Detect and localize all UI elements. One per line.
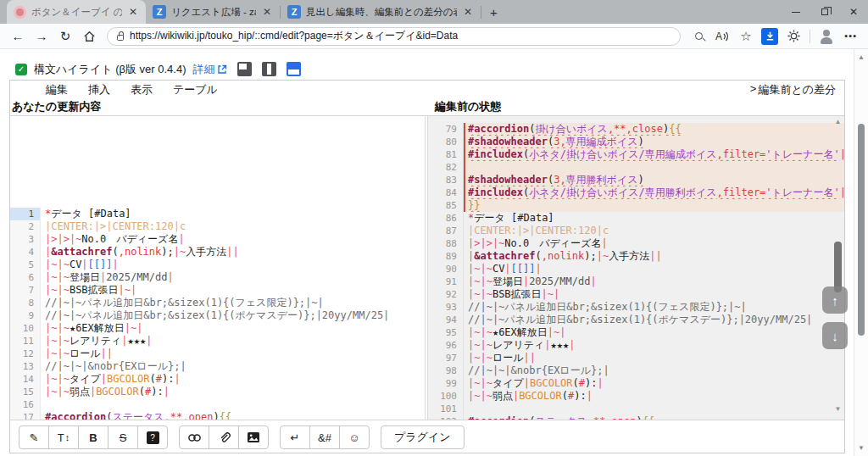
editor-line[interactable]: 3|>|>|~No.0 バディーズ名|: [10, 233, 425, 246]
bold-button[interactable]: B: [78, 425, 108, 449]
editor-line[interactable]: 12|~|~ロール||: [10, 348, 425, 360]
address-bar[interactable]: https://wikiwiki.jp/touko_hip/::cmd/edit…: [107, 27, 681, 46]
tab-edit-page[interactable]: ボタン＆イーブイ の編集 - トウコのケツ ✕: [7, 0, 146, 24]
line-code: }}: [464, 199, 844, 212]
line-number: 90: [428, 263, 464, 275]
editor-line[interactable]: 15|~|~弱点|BGCOLOR(#):|: [10, 386, 425, 398]
line-code[interactable]: |~|~タイプ|BGCOLOR(#):|: [41, 373, 425, 386]
editor-line[interactable]: 10|~|~★6EX解放日|~|: [10, 322, 425, 335]
editor-line[interactable]: 11|~|~レアリティ|★★★|: [10, 335, 425, 348]
editor-line[interactable]: 4|&attachref(,nolink);|~入手方法||: [10, 246, 425, 259]
link-button[interactable]: [179, 425, 209, 449]
scrollbar-up-icon[interactable]: ▲: [832, 118, 843, 125]
token-text: No.0 バディーズ名: [504, 237, 601, 249]
editor-line[interactable]: 5|~|~CV|[[]]|: [10, 259, 425, 271]
close-button[interactable]: ✕: [839, 0, 868, 24]
layout-columns-toggle-icon[interactable]: [262, 62, 276, 76]
char-reference-button[interactable]: &#: [309, 425, 340, 449]
tab-zawazawa-request[interactable]: Z リクエスト広場 - zawazawa ✕: [146, 0, 280, 24]
line-code[interactable]: |&attachref(,nolink);|~入手方法||: [41, 246, 425, 259]
browser-scrollbar-thumb[interactable]: [858, 124, 865, 336]
profile-button[interactable]: [815, 26, 837, 47]
menu-view[interactable]: 表示: [131, 82, 153, 97]
editor-line[interactable]: 1*データ [#Data]: [10, 208, 425, 220]
line-code: *データ [#Data]: [464, 212, 844, 225]
tab-close-icon[interactable]: ✕: [261, 6, 273, 18]
image-button[interactable]: [238, 425, 269, 449]
token-pipe: |: [536, 263, 542, 275]
tab-close-icon[interactable]: ✕: [127, 6, 139, 18]
editor-line[interactable]: 6|~|~登場日|2025/MM/dd|: [10, 271, 425, 284]
menu-edit[interactable]: 編集: [46, 82, 68, 97]
line-code[interactable]: |>|>|~No.0 バディーズ名|: [41, 233, 425, 246]
scroll-up-button[interactable]: ↑: [822, 286, 848, 314]
line-code[interactable]: //|~|~パネル追加日&br;&sizex(1){(フェス限定)};|~|: [41, 297, 425, 309]
token-text: ): [213, 411, 219, 420]
strikethrough-button[interactable]: S: [108, 425, 138, 449]
editor-line[interactable]: 17#accordion(ステータス,**,open){{: [10, 411, 425, 420]
home-button[interactable]: [78, 26, 100, 47]
line-code[interactable]: [41, 398, 425, 411]
zoom-button[interactable]: [687, 26, 709, 47]
more-menu-button[interactable]: ⋯: [839, 26, 861, 47]
syntax-highlight-checkbox[interactable]: ✓: [15, 64, 27, 75]
pen-button[interactable]: ✎: [19, 425, 49, 449]
scroll-down-button[interactable]: ↓: [822, 322, 848, 349]
details-link[interactable]: 詳細: [192, 62, 227, 77]
tab-close-icon[interactable]: ✕: [462, 6, 474, 18]
line-code[interactable]: //|~|~パネル追加日&br;&sizex(1){(ポケマスデー)};|20y…: [41, 309, 425, 322]
plugin-button[interactable]: プラグイン: [381, 425, 465, 449]
scrollbar-down-icon[interactable]: ▼: [854, 444, 868, 452]
line-code[interactable]: |~|~弱点|BGCOLOR(#):|: [41, 386, 425, 398]
editor-line[interactable]: 16: [10, 398, 425, 411]
line-code[interactable]: *データ [#Data]: [41, 208, 425, 220]
refresh-button[interactable]: ↻: [54, 26, 76, 47]
editor-line[interactable]: 14|~|~タイプ|BGCOLOR(#):|: [10, 373, 425, 386]
forward-button[interactable]: →: [31, 26, 53, 47]
read-aloud-button[interactable]: A: [711, 26, 733, 47]
token-text: ロール: [492, 352, 524, 364]
emoji-button[interactable]: ☺: [339, 425, 370, 449]
new-tab-button[interactable]: +: [481, 5, 506, 19]
scrollbar-up-icon[interactable]: ▲: [854, 53, 868, 61]
token-text: No.0 バディーズ名: [81, 233, 178, 245]
line-code[interactable]: |~|~BSB拡張日|~|: [41, 284, 425, 297]
line-code[interactable]: |CENTER:|>|CENTER:120|c: [41, 220, 425, 233]
back-button[interactable]: ←: [7, 26, 29, 47]
attach-button[interactable]: [209, 425, 239, 449]
scrollbar-down-icon[interactable]: ▼: [832, 405, 843, 413]
token-pipe: |: [178, 233, 184, 245]
tab-zawazawa-diff[interactable]: Z 見出し編集時、編集前との差分の表 ✕: [281, 0, 481, 24]
line-number: 82: [428, 161, 464, 174]
layout-rows-toggle-icon[interactable]: [287, 62, 301, 76]
diff-with-previous-link[interactable]: > 編集前との差分: [750, 82, 844, 97]
download-button[interactable]: [759, 26, 781, 47]
your-edit-pane[interactable]: 1*データ [#Data]2|CENTER:|>|CENTER:120|c3|>…: [10, 116, 425, 420]
linebreak-button[interactable]: ↵: [280, 425, 310, 449]
editor-line[interactable]: 13//|~|~|&nobr{EXロール};|: [10, 360, 425, 373]
minimize-button[interactable]: [782, 0, 810, 24]
scrollbar-thumb[interactable]: [834, 242, 842, 292]
help-block-button[interactable]: ?: [137, 425, 168, 449]
token-arg: 'トレーナー名': [765, 148, 839, 160]
layout-single-toggle-icon[interactable]: [237, 62, 252, 76]
editor-line[interactable]: 7|~|~BSB拡張日|~|: [10, 284, 425, 297]
line-code[interactable]: |~|~CV|[[]]|: [41, 259, 425, 271]
restore-button[interactable]: [810, 0, 839, 24]
extensions-button[interactable]: [782, 26, 804, 47]
line-code[interactable]: |~|~レアリティ|★★★|: [41, 335, 425, 348]
line-code[interactable]: |~|~登場日|2025/MM/dd|: [41, 271, 425, 284]
editor-line[interactable]: 8//|~|~パネル追加日&br;&sizex(1){(フェス限定)};|~|: [10, 297, 425, 309]
browser-scrollbar[interactable]: ▲ ▼: [854, 49, 868, 456]
line-code[interactable]: |~|~ロール||: [41, 348, 425, 360]
favorites-button[interactable]: ☆: [735, 26, 757, 47]
editor-line[interactable]: 2|CENTER:|>|CENTER:120|c: [10, 220, 425, 233]
text-size-button[interactable]: T↕: [48, 425, 79, 449]
line-code[interactable]: #accordion(ステータス,**,open){{: [41, 411, 425, 420]
editor-line[interactable]: 9//|~|~パネル追加日&br;&sizex(1){(ポケマスデー)};|20…: [10, 309, 425, 322]
pane-scrollbar[interactable]: ▲ ▼: [832, 116, 843, 420]
menu-table[interactable]: テーブル: [173, 82, 218, 97]
menu-insert[interactable]: 挿入: [88, 82, 110, 97]
line-code[interactable]: //|~|~|&nobr{EXロール};|: [41, 360, 425, 373]
line-code[interactable]: |~|~★6EX解放日|~|: [41, 322, 425, 335]
